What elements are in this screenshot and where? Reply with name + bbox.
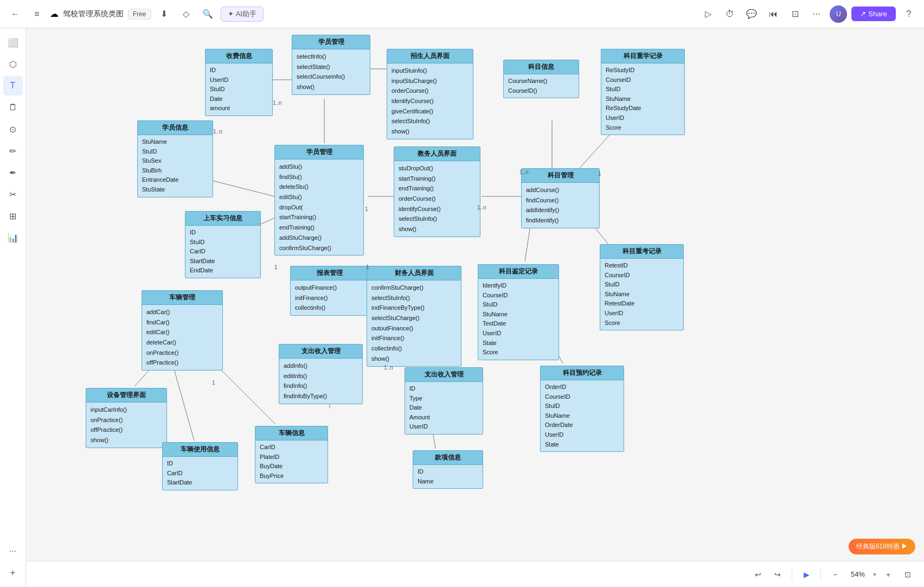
zoom-value[interactable]: 54% — [847, 570, 869, 578]
uml-header: 科目重学记录 — [601, 49, 684, 63]
uml-xueyuanguanli[interactable]: 学员管理 selectInfo() selectState() selectCo… — [292, 35, 370, 95]
uml-baobaoguanli[interactable]: 报表管理 outputFinance() initFinance() colle… — [290, 266, 369, 316]
uml-body: OrderID CourseID StuID StuName OrderDate… — [541, 380, 624, 451]
timer-button[interactable]: ⏱ — [721, 5, 739, 23]
comment-button[interactable]: 💬 — [743, 5, 760, 23]
more-button[interactable]: ⋯ — [808, 5, 825, 23]
tag-button[interactable]: ◇ — [177, 5, 195, 23]
uml-header: 车辆管理 — [142, 291, 222, 305]
relation-label: 1 — [274, 264, 278, 270]
tool-scissors[interactable]: ✂ — [3, 184, 23, 204]
uml-cheliangsyong[interactable]: 车辆使用信息 ID CarID StartDate — [162, 442, 238, 490]
uml-body: addCar() findCar() editCar() deleteCar()… — [142, 305, 222, 370]
tool-text[interactable]: T — [3, 76, 23, 95]
relation-label: 1 — [366, 264, 369, 270]
page-title: 驾校管理系统类图 — [63, 9, 124, 19]
uml-body: CourseName() CourseID() — [504, 74, 579, 98]
tool-sticky[interactable]: 🗒 — [3, 98, 23, 117]
share-button[interactable]: ↗ Share — [851, 7, 896, 21]
uml-body: IdentfyID CourseID StuID StuName TestDat… — [478, 279, 559, 360]
uml-header: 财务人员界面 — [367, 266, 461, 280]
zoom-out-button[interactable]: − — [827, 567, 843, 582]
uml-chelianxx[interactable]: 车辆信息 CarID PlateID BuyDate BuyPrice — [255, 426, 328, 483]
relation-label: 1..n — [273, 100, 282, 106]
uml-body: selectInfo() selectState() selectCoursei… — [292, 49, 370, 94]
download-button[interactable]: ⬇ — [156, 5, 173, 23]
uml-kemuguanli[interactable]: 科目管理 addCourse() findCourse() addIdentif… — [521, 168, 600, 228]
uml-header: 科目管理 — [522, 169, 599, 183]
uml-header: 设备管理界面 — [86, 388, 166, 403]
pointer-button[interactable]: ▶ — [799, 567, 814, 582]
plan-badge[interactable]: Free — [128, 9, 151, 20]
uml-kemuzhongkao[interactable]: 科目重考记录 RetestID CourseID StuID StuName R… — [600, 244, 684, 330]
uml-header: 招生人员界面 — [387, 49, 473, 63]
uml-chelianaguanli[interactable]: 车辆管理 addCar() findCar() editCar() delete… — [142, 290, 223, 371]
divider — [792, 569, 792, 580]
uml-body: StuName StuID StuSex StuBirh EntranceDat… — [138, 135, 213, 197]
zoom-in-button[interactable]: + — [881, 567, 896, 582]
svg-line-4 — [210, 180, 274, 196]
undo-button[interactable]: ↩ — [750, 567, 766, 582]
tool-pen[interactable]: ✏ — [3, 141, 23, 161]
uml-jiaowurenyuan[interactable]: 教务人员界面 stuDropOut() startTraining() endT… — [394, 146, 480, 237]
uml-body: addInfo() editInfo() findInfo() findInfo… — [279, 359, 362, 404]
uml-header: 款项信息 — [413, 451, 483, 465]
uml-body: ID UserID StuID Date amount — [206, 63, 272, 116]
history-button[interactable]: ⏮ — [765, 5, 782, 23]
uml-zhaoshengrenyuan[interactable]: 招生人员界面 inputStuinfo() inputStuCharge() o… — [387, 49, 473, 139]
uml-body: ID Name — [413, 465, 483, 488]
tool-cursor[interactable]: ⬜ — [3, 33, 23, 52]
avatar[interactable]: U — [830, 5, 847, 23]
uml-xueyuanguanli2[interactable]: 学员管理 addStu() findStu() deleteStu() edit… — [274, 145, 364, 256]
uml-header: 学员信息 — [138, 121, 213, 135]
uml-kemuzhongxuejilu[interactable]: 科目重学记录 ReStudyID CourseID StuID StuName … — [601, 49, 685, 135]
canvas[interactable]: 学员管理 selectInfo() selectState() selectCo… — [26, 28, 924, 561]
uml-body: addStu() findStu() deleteStu() editStu()… — [275, 159, 363, 255]
tool-connect[interactable]: ⊙ — [3, 119, 23, 139]
uml-body: inputCarInfo() onPractice() offPractice(… — [86, 403, 166, 448]
tool-frame[interactable]: ⬡ — [3, 54, 23, 74]
relation-label: 1..n — [477, 205, 486, 210]
uml-shangcheshixi[interactable]: 上车实习信息 ID StuID CarID StartDate EndDate — [185, 211, 261, 278]
uml-header: 科目重考记录 — [600, 245, 683, 259]
uml-kemuyueyue[interactable]: 科目预约记录 OrderID CourseID StuID StuName Or… — [540, 366, 624, 452]
uml-caiwurenyuan[interactable]: 财务人员界面 confirmStuCharge() selectStuInfo(… — [367, 266, 461, 367]
uml-shebeigjl[interactable]: 设备管理界面 inputCarInfo() onPractice() offPr… — [86, 388, 167, 448]
ai-assistant-button[interactable]: ✦ AI助手 — [221, 7, 264, 22]
redo-button[interactable]: ↪ — [770, 567, 785, 582]
uml-body: stuDropOut() startTraining() endTraining… — [394, 161, 480, 237]
uml-zhichugshouru2[interactable]: 支出收入管理 ID Type Date Amount UserID — [405, 367, 483, 435]
tool-brush[interactable]: ✒ — [3, 163, 23, 182]
uml-body: CarID PlateID BuyDate BuyPrice — [255, 441, 328, 483]
menu-button[interactable]: ≡ — [28, 5, 46, 23]
uml-kemujiandingjilu[interactable]: 科目鉴定记录 IdentfyID CourseID StuID StuName … — [478, 264, 559, 360]
promo-badge[interactable]: 经典版618特惠 ▶ — [849, 539, 915, 554]
back-button[interactable]: ← — [7, 5, 24, 23]
uml-zhichugshouru[interactable]: 支出收入管理 addInfo() editInfo() findInfo() f… — [279, 344, 363, 404]
uml-xueyuanxx[interactable]: 学员信息 StuName StuID StuSex StuBirh Entran… — [137, 120, 213, 197]
uml-kuanxiangxx[interactable]: 款项信息 ID Name — [413, 450, 483, 489]
help-button[interactable]: ? — [900, 5, 917, 23]
tool-more[interactable]: ··· — [3, 541, 23, 561]
uml-header: 学员管理 — [292, 35, 370, 49]
uml-header: 科目预约记录 — [541, 366, 624, 380]
uml-body: addCourse() findCourse() addIdentify() f… — [522, 183, 599, 228]
toolbar-right: ▷ ⏱ 💬 ⏮ ⊡ ⋯ U ↗ Share ? — [700, 5, 917, 23]
tool-table[interactable]: ⊞ — [3, 206, 23, 226]
tool-add-page[interactable]: + — [3, 563, 23, 583]
uml-header: 支出收入管理 — [405, 368, 483, 382]
relation-label: 1..n — [213, 129, 222, 135]
uml-header: 车辆信息 — [255, 426, 328, 441]
zoom-fit-button[interactable]: ⊡ — [786, 5, 804, 23]
uml-shoufeixin[interactable]: 收费信息 ID UserID StuID Date amount — [205, 49, 273, 116]
share-icon: ↗ — [860, 10, 866, 18]
uml-header: 支出收入管理 — [279, 344, 362, 359]
uml-header: 收费信息 — [206, 49, 272, 63]
tool-chart[interactable]: 📊 — [3, 228, 23, 247]
play-button[interactable]: ▷ — [700, 5, 717, 23]
fit-button[interactable]: ⊡ — [900, 567, 915, 582]
uml-kemuxx[interactable]: 科目信息 CourseName() CourseID() — [503, 60, 579, 98]
relation-label: 1..n — [384, 365, 393, 371]
ai-icon: ✦ — [228, 10, 234, 18]
search-button[interactable]: 🔍 — [199, 5, 216, 23]
